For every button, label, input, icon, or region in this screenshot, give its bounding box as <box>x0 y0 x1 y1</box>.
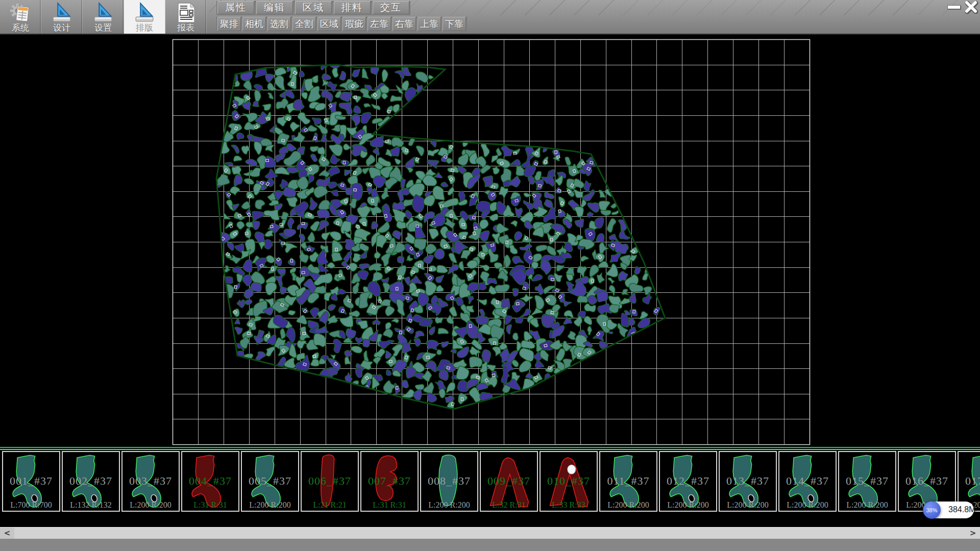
nav-tab-5[interactable]: 报表 <box>165 0 207 34</box>
nav-tab-label: 排版 <box>136 23 153 33</box>
piece-id-label: 016_#37 <box>899 474 955 488</box>
status-bar <box>0 539 980 551</box>
tool-button-1[interactable]: 聚排 <box>217 17 241 31</box>
minimize-icon <box>947 5 961 9</box>
piece-id-label: 017_#37 <box>959 474 980 488</box>
tool-button-2[interactable]: 相机 <box>242 17 266 31</box>
piece-id-label: 001_#37 <box>3 474 59 488</box>
piece-thumbnail-11[interactable]: 011_#37 L:200 R:200 <box>599 451 657 512</box>
separator-line-top <box>0 447 980 448</box>
nav-tab-label: 报表 <box>177 23 194 33</box>
tool-button-4[interactable]: 全割 <box>292 17 316 31</box>
piece-thumbnail-2[interactable]: 002_#37 L:132 R:132 <box>62 451 120 512</box>
tool-button-6[interactable]: 瑕疵 <box>342 17 366 31</box>
menu-bar: 属性编辑区域排料交互 <box>216 1 410 15</box>
nav-tab-1[interactable]: 系统 <box>0 0 41 34</box>
close-icon <box>964 1 979 14</box>
piece-count-label: L:200 R:200 <box>660 500 716 510</box>
piece-thumbnail-3[interactable]: 003_#37 L:200 R:200 <box>121 451 180 512</box>
nesting-work-area[interactable] <box>0 35 980 447</box>
piece-id-label: 010_#37 <box>541 474 597 488</box>
piece-id-label: 009_#37 <box>481 474 537 488</box>
menu-item-2[interactable]: 编辑 <box>256 1 293 14</box>
tool-button-10[interactable]: 下靠 <box>443 17 466 31</box>
piece-count-label: L:200 R:200 <box>839 500 895 510</box>
piece-id-label: 015_#37 <box>839 474 895 488</box>
system-gear-icon <box>9 2 32 24</box>
piece-thumbnail-9[interactable]: 009_#37 L:32 R:31 <box>480 451 538 512</box>
horizontal-scrollbar[interactable]: < > <box>0 527 980 539</box>
tool-button-7[interactable]: 左靠 <box>368 17 391 31</box>
piece-thumbnail-7[interactable]: 007_#37 L:31 R:31 <box>360 451 419 512</box>
piece-thumbnail-14[interactable]: 014_#37 L:200 R:200 <box>778 451 837 512</box>
piece-id-label: 002_#37 <box>63 474 119 488</box>
nesting-canvas[interactable] <box>0 35 980 447</box>
piece-thumbnail-6[interactable]: 006_#37 L:21 R:21 <box>301 451 359 512</box>
piece-count-label: L:200 R:200 <box>600 500 656 510</box>
piece-id-label: 013_#37 <box>720 474 776 488</box>
menu-item-4[interactable]: 排料 <box>334 1 371 14</box>
nav-tab-label: 设计 <box>53 23 70 33</box>
piece-count-label: L:200 R:200 <box>421 500 477 510</box>
piece-thumbnail-5[interactable]: 005_#37 L:200 R:200 <box>241 451 299 512</box>
main-nav-tabs: 系统 设计 设置 排版 <box>0 0 207 34</box>
piece-id-label: 014_#37 <box>779 474 836 488</box>
minimize-button[interactable] <box>947 5 961 9</box>
piece-thumbnail-4[interactable]: 004_#37 L:31 R:31 <box>181 451 239 512</box>
menu-item-3[interactable]: 区域 <box>295 1 332 14</box>
nav-tab-label: 系统 <box>12 23 29 33</box>
window-controls <box>947 0 979 14</box>
menu-item-1[interactable]: 属性 <box>217 1 254 14</box>
piece-id-label: 007_#37 <box>361 474 418 488</box>
piece-id-label: 005_#37 <box>242 474 298 488</box>
piece-count-label: L:200 R:200 <box>720 500 776 510</box>
memory-indicator-overlay: 384.8M 38% <box>923 501 974 519</box>
scroll-right-arrow-icon[interactable]: > <box>966 528 980 539</box>
percent-value: 38% <box>926 507 937 513</box>
close-button[interactable] <box>964 1 979 14</box>
piece-thumbnail-13[interactable]: 013_#37 L:200 R:200 <box>719 451 777 512</box>
percent-circle-button[interactable]: 38% <box>923 501 941 519</box>
memory-value: 384.8M <box>948 505 975 514</box>
piece-count-label: L:200 R:200 <box>242 500 298 510</box>
separator-line-bottom <box>0 449 980 450</box>
piece-thumbnail-strip: 001_#37 L:700 R:700 002_#37 L:132 R:132 … <box>0 447 980 513</box>
piece-count-label: L:200 R:200 <box>122 500 179 510</box>
piece-id-label: 012_#37 <box>660 474 716 488</box>
piece-thumbnail-1[interactable]: 001_#37 L:700 R:700 <box>2 451 60 512</box>
piece-count-label: L:700 R:700 <box>3 500 59 510</box>
piece-thumbnail-10[interactable]: 010_#37 L:33 R:33 <box>540 451 598 512</box>
nav-tab-3[interactable]: 设置 <box>83 0 124 34</box>
tool-button-row: 聚排相机选割全割区域瑕疵左靠右靠上靠下靠 <box>216 17 467 32</box>
report-document-icon <box>174 2 198 24</box>
piece-thumbnail-15[interactable]: 015_#37 L:200 R:200 <box>838 451 896 512</box>
nav-tab-label: 设置 <box>94 23 112 33</box>
piece-count-label: L:31 R:31 <box>182 500 238 510</box>
design-ruler-icon <box>50 2 74 24</box>
piece-count-label: L:132 R:132 <box>63 500 119 510</box>
piece-count-label: L:200 R:200 <box>779 500 836 510</box>
menu-item-5[interactable]: 交互 <box>373 1 409 14</box>
piece-id-label: 011_#37 <box>600 474 656 488</box>
tool-button-5[interactable]: 区域 <box>317 17 341 31</box>
piece-count-label: L:33 R:33 <box>541 500 597 510</box>
piece-id-label: 003_#37 <box>122 474 179 488</box>
nav-tab-4[interactable]: 排版 <box>124 0 165 34</box>
piece-thumbnail-12[interactable]: 012_#37 L:200 R:200 <box>659 451 717 512</box>
tool-button-3[interactable]: 选割 <box>267 17 291 31</box>
scroll-left-arrow-icon[interactable]: < <box>0 528 14 539</box>
piece-thumbnail-8[interactable]: 008_#37 L:200 R:200 <box>420 451 478 512</box>
piece-id-label: 006_#37 <box>302 474 358 488</box>
tool-button-8[interactable]: 右靠 <box>393 17 416 31</box>
piece-thumbnail-list: 001_#37 L:700 R:700 002_#37 L:132 R:132 … <box>2 451 980 513</box>
application-window: { "window": { "minimize_label": "minimiz… <box>0 0 980 551</box>
tool-button-9[interactable]: 上靠 <box>418 17 441 31</box>
layout-ruler-icon <box>133 2 156 24</box>
piece-count-label: L:32 R:31 <box>481 500 537 510</box>
piece-count-label: L:21 R:21 <box>302 500 358 510</box>
piece-count-label: L:31 R:31 <box>361 500 418 510</box>
main-toolbar: 系统 设计 设置 排版 <box>0 0 980 35</box>
piece-id-label: 004_#37 <box>182 474 238 488</box>
settings-ruler-icon <box>91 2 115 24</box>
nav-tab-2[interactable]: 设计 <box>41 0 83 34</box>
